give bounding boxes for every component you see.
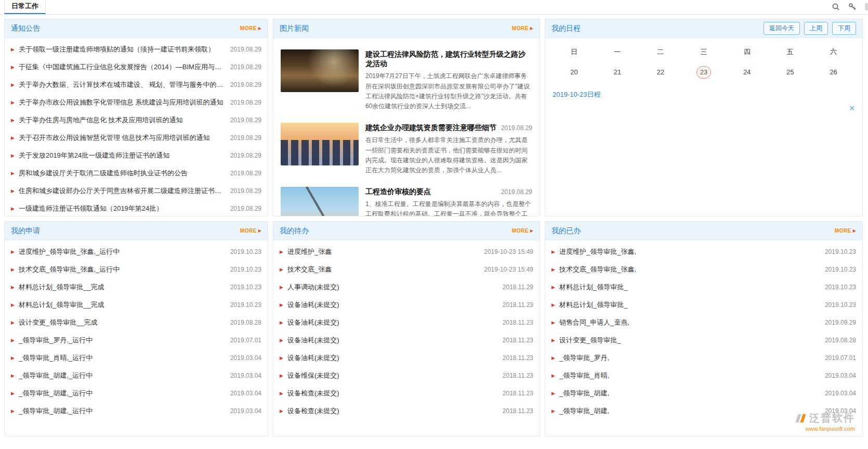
news-title[interactable]: 建筑企业办理建筑资质需要注意哪些细节	[365, 123, 496, 132]
bullet-icon: ▶	[551, 267, 555, 272]
item-date: 2019.07.01	[825, 354, 856, 362]
item-date: 2019.10.23	[825, 266, 856, 273]
news-image[interactable]	[281, 187, 359, 216]
application-item[interactable]: ▶ 材料总计划_领导审批__完成 2019.10.23	[11, 278, 261, 296]
notice-item[interactable]: ▶ 关于举办大数据、云计算技术在城市建设、 规划、管理与服务中的应... 201…	[11, 76, 261, 94]
item-date: 2019.08.29	[230, 170, 261, 177]
more-link[interactable]: MORE ▶	[512, 228, 533, 234]
application-item[interactable]: ▶ 进度维护_领导审批_张鑫,_运行中 2019.10.23	[11, 243, 261, 261]
todo-item[interactable]: ▶ 设备油耗(未提交) 2018.11.23	[280, 314, 533, 331]
bullet-icon: ▶	[551, 250, 555, 254]
more-label: MORE	[835, 228, 851, 234]
item-text: 设计变更_领导审批__完成	[19, 318, 225, 327]
application-item[interactable]: ▶ _领导审批_胡建,_运行中 2019.03.04	[11, 402, 261, 420]
calendar-nav-button[interactable]: 上周	[804, 22, 828, 35]
close-icon[interactable]: ✕	[849, 105, 855, 112]
calendar-date-cell[interactable]: 22	[639, 66, 682, 79]
search-icon[interactable]	[832, 3, 840, 11]
clipped-edge-icon[interactable]	[865, 3, 868, 10]
done-item[interactable]: ▶ 技术交底_领导审批_张鑫, 2019.10.23	[551, 261, 856, 278]
done-item[interactable]: ▶ _领导审批_胡建, 2019.03.04	[551, 384, 856, 402]
done-item[interactable]: ▶ 设计变更_领导审批_ 2019.08.28	[551, 331, 856, 349]
application-item[interactable]: ▶ 设计变更_领导审批__完成 2019.08.28	[11, 314, 261, 331]
news-image[interactable]	[281, 49, 359, 92]
calendar-date-cell[interactable]: 25	[769, 66, 812, 79]
more-link[interactable]: MORE ▶	[240, 228, 261, 234]
item-text: 设备油耗(未提交)	[287, 336, 497, 345]
done-item[interactable]: ▶ 进度维护_领导审批_张鑫, 2019.10.23	[551, 243, 856, 261]
key-icon[interactable]	[848, 3, 857, 11]
news-item[interactable]: 工程造价审核的要点 2019.08.29 1、核准工程量。工程量是编制决算最基本…	[281, 187, 532, 216]
middle-column: 图片新闻 MORE ▶ 建设工程法律风险防范，建筑行业转型升级之路沙龙活动	[273, 19, 540, 437]
item-date: 2019.10.23	[230, 284, 261, 291]
bullet-icon: ▶	[280, 374, 283, 378]
application-item[interactable]: ▶ _领导审批_胡建,_运行中 2019.03.04	[11, 384, 261, 402]
todo-item[interactable]: ▶ 技术交底_张鑫 2019-10-23 15:49	[280, 261, 533, 278]
more-link[interactable]: MORE ▶	[512, 25, 533, 31]
more-link[interactable]: MORE ▶	[835, 228, 856, 234]
todo-item[interactable]: ▶ 设备油耗(未提交) 2018.11.23	[280, 296, 533, 314]
done-item[interactable]: ▶ _领导审批_罗丹, 2019.07.01	[551, 349, 856, 367]
item-date: 2019.08.29	[230, 205, 261, 212]
bullet-icon: ▶	[11, 285, 15, 290]
todo-item[interactable]: ▶ 设备维保(未提交) 2018.11.23	[280, 367, 533, 384]
dashboard: 通知公告 MORE ▶ ▶ 关于领取一级注册建造师增项贴的通知（须持一建证书前来…	[0, 15, 868, 441]
item-date: 2018.11.23	[503, 337, 533, 344]
notice-item[interactable]: ▶ 关于发放2019年第24批一级建造师注册证书的通知 2019.08.29	[11, 147, 261, 164]
notice-item[interactable]: ▶ 于征集《中国建筑施工行业信息化发展报告（2014）—BIM应用与发... 2…	[11, 58, 261, 76]
todo-item[interactable]: ▶ 人事调动(未提交) 2018.11.29	[280, 278, 533, 296]
calendar-date-cell[interactable]: 26	[812, 66, 855, 79]
notice-item[interactable]: ▶ 房和城乡建设厅关于取消二级建造师临时执业证书的公告 2019.08.29	[11, 164, 261, 182]
application-item[interactable]: ▶ 材料总计划_领导审批__完成 2019.10.23	[11, 296, 261, 314]
news-item[interactable]: 建筑企业办理建筑资质需要注意哪些细节 2019.08.29 在日常生活中，很多人…	[281, 123, 532, 175]
calendar-date-cell[interactable]: 21	[596, 66, 639, 79]
bullet-icon: ▶	[551, 303, 555, 307]
todo-item[interactable]: ▶ 设备油耗(未提交) 2018.11.23	[280, 349, 533, 367]
item-text: 技术交底_张鑫	[287, 265, 479, 274]
application-item[interactable]: ▶ 技术交底_领导审批_张鑫,_运行中 2019.10.23	[11, 261, 261, 278]
notice-item[interactable]: ▶ 关于举办市政公用设施数字化管理信息 系统建设与应用培训班的通知 2019.0…	[11, 94, 261, 111]
notice-item[interactable]: ▶ 关于召开市政公用设施智慧化管理 信息技术与应用培训班的通知 2019.08.…	[11, 129, 261, 147]
item-date: 2019.10.23	[230, 301, 261, 309]
news-description: 2019年7月27日下午，土筑虎工程网联合广东卓建律师事务所在深圳坂田创意园深圳…	[365, 71, 532, 111]
notice-item[interactable]: ▶ 关于领取一级注册建造师增项贴的通知（须持一建证书前来领取） 2019.08.…	[11, 41, 261, 58]
application-item[interactable]: ▶ _领导审批_胡建,_运行中 2019.03.04	[11, 367, 261, 384]
todo-item[interactable]: ▶ 设备检查(未提交) 2018.11.23	[280, 402, 533, 420]
item-date: 2019.10.23	[825, 301, 856, 309]
news-title[interactable]: 工程造价审核的要点	[365, 187, 431, 196]
news-title[interactable]: 建设工程法律风险防范，建筑行业转型升级之路沙龙活动	[365, 49, 528, 68]
panel-notices: 通知公告 MORE ▶ ▶ 关于领取一级注册建造师增项贴的通知（须持一建证书前来…	[4, 19, 268, 216]
bullet-icon: ▶	[11, 356, 15, 361]
news-item[interactable]: 建设工程法律风险防范，建筑行业转型升级之路沙龙活动 2019年7月27日下午，土…	[281, 49, 532, 111]
news-body: 建设工程法律风险防范，建筑行业转型升级之路沙龙活动 2019年7月27日下午，土…	[365, 49, 532, 111]
item-date: 2019.10.23	[230, 266, 261, 273]
notice-item[interactable]: ▶ 关于举办住房与房地产信息化 技术及应用培训班的通知 2019.08.29	[11, 111, 261, 129]
application-item[interactable]: ▶ _领导审批_肖晴,_运行中 2019.03.04	[11, 349, 261, 367]
notice-item[interactable]: ▶ 一级建造师注册证书领取通知（2019年第24批） 2019.08.29	[11, 200, 261, 216]
calendar-date-cell[interactable]: 20	[553, 66, 596, 79]
item-date: 2019.08.29	[230, 134, 261, 142]
news-image[interactable]	[281, 123, 359, 165]
todo-item[interactable]: ▶ 进度维护_张鑫 2019-10-23 15:49	[280, 243, 533, 261]
tab-daily-work[interactable]: 日常工作	[4, 0, 46, 14]
calendar-date-cell[interactable]: 24	[726, 66, 769, 79]
bullet-icon: ▶	[11, 153, 15, 158]
todo-item[interactable]: ▶ 设备检查(未提交) 2018.11.23	[280, 384, 533, 402]
calendar-nav-button[interactable]: 返回今天	[764, 22, 800, 35]
calendar-date-cell[interactable]: 23	[682, 66, 725, 79]
more-arrow-icon: ▶	[853, 229, 856, 233]
bullet-icon: ▶	[11, 320, 15, 325]
done-item[interactable]: ▶ 销售合同_申请人_童燕, 2019.09.29	[551, 314, 856, 331]
item-text: _领导审批_肖晴,	[559, 371, 820, 380]
todo-item[interactable]: ▶ 设备油耗(未提交) 2018.11.23	[280, 331, 533, 349]
calendar: 日 一 二 三 四 五 六	[545, 38, 862, 197]
application-item[interactable]: ▶ _领导审批_罗丹,_运行中 2019.07.01	[11, 331, 261, 349]
done-item[interactable]: ▶ _领导审批_肖晴, 2019.03.04	[551, 367, 856, 384]
done-item[interactable]: ▶ 材料总计划_领导审批_ 2019.10.23	[551, 296, 856, 314]
item-text: 材料总计划_领导审批_	[559, 283, 820, 292]
more-link[interactable]: MORE ▶	[240, 25, 261, 31]
notice-item[interactable]: ▶ 住房和城乡建设部办公厅关于同意吉林省开展二级建造师注册证书电... 2019…	[11, 182, 261, 200]
item-text: 关于发放2019年第24批一级建造师注册证书的通知	[19, 151, 225, 160]
done-item[interactable]: ▶ 材料总计划_领导审批_ 2019.10.23	[551, 278, 856, 296]
calendar-nav-button[interactable]: 下周	[832, 22, 856, 35]
